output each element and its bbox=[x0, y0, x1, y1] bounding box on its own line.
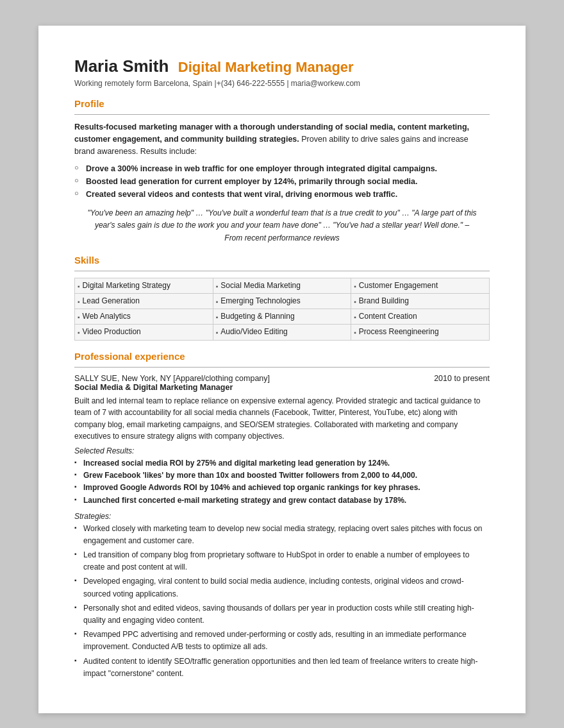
profile-bullet-2: Boosted lead generation for current empl… bbox=[86, 175, 490, 188]
bullet-icon: ▪ bbox=[78, 282, 80, 292]
bullet-icon: ▪ bbox=[354, 297, 356, 307]
skill-label: Customer Engagement bbox=[359, 280, 438, 292]
skills-row-2: ▪Lead Generation ▪Emerging Technologies … bbox=[75, 294, 490, 309]
bullet-icon: ▪ bbox=[78, 297, 80, 307]
skills-row-3: ▪Web Analytics ▪Budgeting & Planning ▪Co… bbox=[75, 309, 490, 325]
bullet-icon: ▪ bbox=[354, 328, 356, 338]
job-role: Social Media & Digital Marketing Manager bbox=[74, 383, 490, 392]
skill-label: Video Production bbox=[83, 326, 141, 338]
skills-cell-3-3: ▪Content Creation bbox=[351, 309, 490, 325]
resume-page: Maria Smith Digital Marketing Manager Wo… bbox=[38, 26, 526, 713]
skill-label: Budgeting & Planning bbox=[220, 310, 294, 323]
skill-label: Process Reengineering bbox=[359, 326, 439, 338]
profile-bullet-3: Created several videos and contests that… bbox=[86, 188, 490, 201]
skill-label: Audio/Video Editing bbox=[220, 326, 288, 338]
strategy-item-5: Revamped PPC advertising and removed und… bbox=[83, 629, 490, 653]
result-item-2: Grew Facebook 'likes' by more than 10x a… bbox=[83, 470, 490, 482]
bullet-icon: ▪ bbox=[78, 328, 80, 338]
strategy-item-1: Worked closely with marketing team to de… bbox=[83, 523, 490, 547]
experience-divider bbox=[74, 367, 490, 368]
result-item-3: Improved Google Adwords ROI by 104% and … bbox=[83, 482, 490, 494]
strategy-item-2: Led transition of company blog from prop… bbox=[83, 549, 490, 573]
profile-quote: "You've been an amazing help" … "You've … bbox=[87, 207, 477, 244]
skills-cell-2-1: ▪Lead Generation bbox=[75, 294, 213, 309]
strategy-item-3: Developed engaging, viral content to bui… bbox=[83, 575, 490, 600]
bullet-icon: ▪ bbox=[354, 282, 356, 292]
bullet-icon: ▪ bbox=[216, 282, 219, 292]
name: Maria Smith bbox=[74, 56, 169, 76]
skills-cell-4-2: ▪Audio/Video Editing bbox=[213, 325, 351, 340]
profile-bullets: Drove a 300% increase in web traffic for… bbox=[86, 162, 490, 201]
skills-row-4: ▪Video Production ▪Audio/Video Editing ▪… bbox=[75, 325, 490, 340]
job-title: Digital Marketing Manager bbox=[178, 59, 354, 75]
strategies-list: Worked closely with marketing team to de… bbox=[83, 523, 490, 680]
skills-divider bbox=[74, 271, 490, 271]
skills-cell-1-2: ▪Social Media Marketing bbox=[213, 278, 351, 293]
profile-section: Profile Results-focused marketing manage… bbox=[74, 98, 490, 244]
bullet-icon: ▪ bbox=[78, 312, 80, 323]
skill-label: Emerging Technologies bbox=[220, 295, 301, 307]
skills-cell-1-1: ▪Digital Marketing Strategy bbox=[75, 278, 213, 293]
skills-row-1: ▪Digital Marketing Strategy ▪Social Medi… bbox=[75, 278, 490, 293]
skills-table: ▪Digital Marketing Strategy ▪Social Medi… bbox=[74, 278, 490, 341]
profile-paragraph: Results-focused marketing manager with a… bbox=[74, 121, 490, 157]
profile-title: Profile bbox=[74, 98, 490, 109]
skill-label: Content Creation bbox=[359, 310, 417, 323]
job-header: SALLY SUE, New York, NY [Apparel/clothin… bbox=[74, 374, 490, 383]
job-date: 2010 to present bbox=[434, 374, 490, 383]
strategy-item-4: Personally shot and edited videos, savin… bbox=[83, 602, 490, 627]
skills-cell-1-3: ▪Customer Engagement bbox=[351, 278, 490, 293]
skills-cell-4-3: ▪Process Reengineering bbox=[351, 325, 490, 340]
profile-bullet-1: Drove a 300% increase in web traffic for… bbox=[86, 162, 490, 175]
skill-label: Web Analytics bbox=[83, 310, 131, 323]
skills-cell-3-2: ▪Budgeting & Planning bbox=[213, 309, 351, 325]
profile-divider bbox=[74, 114, 490, 115]
experience-section: Professional experience SALLY SUE, New Y… bbox=[74, 351, 490, 680]
bullet-icon: ▪ bbox=[216, 312, 219, 323]
skills-cell-2-2: ▪Emerging Technologies bbox=[213, 294, 351, 309]
bullet-icon: ▪ bbox=[216, 328, 219, 338]
result-item-1: Increased social media ROI by 275% and d… bbox=[83, 457, 490, 470]
skills-cell-4-1: ▪Video Production bbox=[75, 325, 213, 340]
results-list: Increased social media ROI by 275% and d… bbox=[83, 457, 490, 507]
skill-label: Lead Generation bbox=[83, 295, 140, 307]
job-company: SALLY SUE, New York, NY [Apparel/clothin… bbox=[74, 374, 270, 383]
strategies-label: Strategies: bbox=[74, 512, 490, 521]
selected-results-label: Selected Results: bbox=[74, 446, 490, 455]
strategy-item-6: Audited content to identify SEO/traffic … bbox=[83, 656, 490, 680]
skills-cell-2-3: ▪Brand Building bbox=[351, 294, 490, 309]
skill-label: Brand Building bbox=[359, 295, 409, 307]
skills-cell-3-1: ▪Web Analytics bbox=[75, 309, 213, 325]
header: Maria Smith Digital Marketing Manager Wo… bbox=[74, 56, 490, 88]
bullet-icon: ▪ bbox=[354, 312, 356, 323]
skill-label: Digital Marketing Strategy bbox=[83, 280, 170, 292]
experience-title: Professional experience bbox=[74, 351, 490, 362]
bullet-icon: ▪ bbox=[216, 297, 219, 307]
result-item-4: Launched first concerted e-mail marketin… bbox=[83, 495, 490, 507]
skills-title: Skills bbox=[74, 255, 490, 266]
job-description: Built and led internal team to replace r… bbox=[74, 395, 490, 443]
skills-section: Skills ▪Digital Marketing Strategy ▪Soci… bbox=[74, 255, 490, 341]
skill-label: Social Media Marketing bbox=[220, 280, 301, 292]
contact-info: Working remotely form Barcelona, Spain |… bbox=[74, 79, 490, 88]
